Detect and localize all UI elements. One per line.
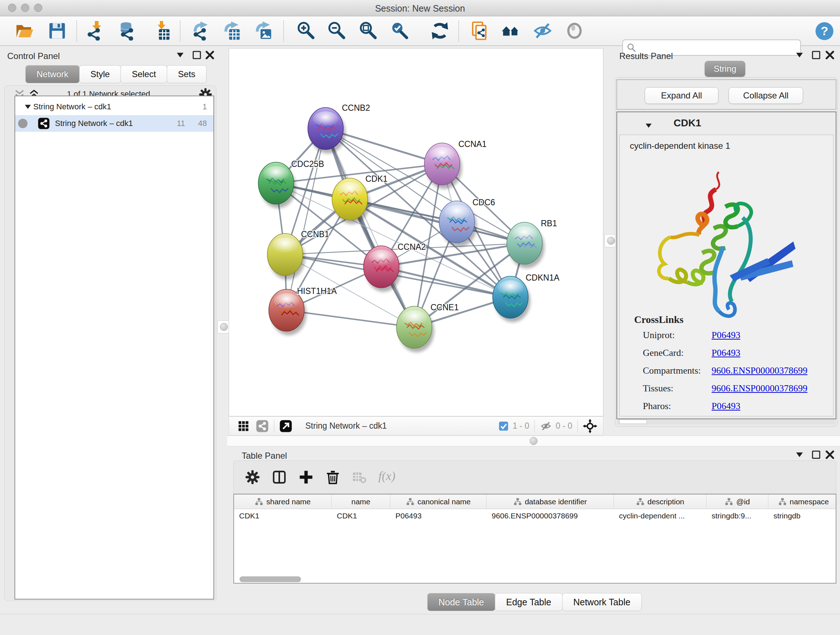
zoom-in-icon[interactable]: [296, 21, 316, 41]
column-header-shared-name[interactable]: shared name: [234, 494, 332, 509]
table-cell[interactable]: CDK1: [234, 509, 332, 523]
tab-node-table[interactable]: Node Table: [427, 593, 495, 611]
node-HIST1H1A[interactable]: HIST1H1A: [269, 287, 337, 335]
refresh-icon[interactable]: [430, 21, 450, 41]
network-collection-row[interactable]: String Network – cdk1 1: [15, 98, 213, 115]
show-view-icon[interactable]: [565, 21, 584, 41]
node-CDC25B[interactable]: CDC25B: [258, 159, 324, 208]
control-panel-float-icon[interactable]: [189, 49, 204, 61]
window-title: Session: New Session: [0, 3, 840, 14]
table-cell[interactable]: P06493: [390, 509, 486, 523]
tab-sets[interactable]: Sets: [167, 65, 207, 83]
hidden-eye-icon[interactable]: [540, 421, 552, 432]
table-hscrollbar-thumb[interactable]: [240, 576, 301, 582]
crosslink-link[interactable]: 9606.ENSP00000378699: [712, 383, 807, 394]
string-view-icon[interactable]: [256, 420, 269, 432]
save-icon[interactable]: [47, 21, 67, 41]
shared-column-icon: [778, 497, 787, 506]
plus-icon[interactable]: [298, 469, 314, 485]
grid-view-icon[interactable]: [237, 420, 250, 432]
table-body: CDK1CDK1P064939606.ENSP00000378699cyclin…: [234, 509, 836, 523]
table-cell[interactable]: stringdb: [768, 509, 836, 523]
column-header-@id[interactable]: @id: [706, 494, 768, 509]
hide-selected-icon[interactable]: [533, 21, 553, 41]
node-CCNE1[interactable]: CCNE1: [396, 302, 459, 352]
node-RB1[interactable]: RB1: [507, 219, 557, 268]
crosslink-link[interactable]: P06493: [712, 348, 740, 358]
table-cell[interactable]: 9606.ENSP00000378699: [486, 509, 614, 523]
node-CDKN1A[interactable]: CDKN1A: [493, 273, 560, 322]
home-icon[interactable]: [501, 21, 521, 41]
results-scrollbar[interactable]: [617, 419, 836, 424]
tab-network-table[interactable]: Network Table: [562, 593, 642, 611]
trash-icon[interactable]: [325, 469, 341, 485]
crosshair-icon[interactable]: [583, 419, 597, 433]
tab-style[interactable]: Style: [79, 65, 121, 83]
tab-string[interactable]: String: [705, 61, 745, 77]
gene-collapse-icon[interactable]: [643, 120, 654, 131]
import-database-icon[interactable]: [118, 21, 138, 41]
import-network-icon[interactable]: [85, 21, 104, 41]
zoom-out-icon[interactable]: [327, 21, 346, 41]
zoom-fit-icon[interactable]: [358, 21, 378, 41]
node-CCNA1[interactable]: CCNA1: [424, 139, 486, 189]
gear-icon[interactable]: [245, 469, 261, 485]
import-table-icon[interactable]: [152, 21, 171, 41]
edge-CCNB2-CCNE1[interactable]: [325, 128, 414, 327]
crosslink-link[interactable]: 9606.ENSP00000378699: [712, 365, 807, 376]
collection-count: 1: [202, 102, 207, 111]
table-panel-float-icon[interactable]: [809, 448, 823, 461]
column-header-canonical-name[interactable]: canonical name: [390, 494, 486, 509]
results-panel-float-icon[interactable]: [809, 49, 823, 61]
crosslink-link[interactable]: P06493: [712, 330, 740, 340]
table-cell[interactable]: stringdb:9...: [706, 509, 768, 523]
table-cell[interactable]: CDK1: [332, 509, 390, 523]
results-panel-collapse-icon[interactable]: [792, 49, 807, 61]
column-header-description[interactable]: description: [614, 494, 706, 509]
node-CCNB2[interactable]: CCNB2: [308, 103, 370, 154]
column-label: canonical name: [417, 497, 471, 506]
table-panel-close-icon[interactable]: [823, 448, 837, 461]
node-CDC6[interactable]: CDC6: [439, 198, 495, 247]
selected-checkbox-icon[interactable]: [498, 421, 509, 432]
selected-count: 1 - 0: [513, 421, 529, 431]
export-network-icon[interactable]: [191, 21, 210, 41]
tab-select[interactable]: Select: [120, 65, 167, 83]
column-label: name: [351, 497, 370, 506]
help-icon[interactable]: ?: [815, 21, 834, 41]
node-label-CDC6: CDC6: [472, 198, 495, 207]
export-image-icon[interactable]: [253, 21, 273, 41]
table-cell[interactable]: cyclin-dependent ...: [614, 509, 706, 523]
tab-network[interactable]: Network: [25, 65, 80, 83]
horizontal-splitter-handle[interactable]: [530, 437, 538, 445]
open-folder-icon[interactable]: [15, 21, 34, 41]
edge-CCNB2-HIST1H1A[interactable]: [286, 128, 325, 310]
control-panel-close-icon[interactable]: [202, 49, 217, 61]
table-panel-collapse-icon[interactable]: [792, 448, 807, 461]
control-panel-collapse-icon[interactable]: [173, 49, 187, 61]
detach-view-icon[interactable]: [279, 420, 292, 432]
column-header-name[interactable]: name: [332, 494, 390, 509]
network-canvas[interactable]: CCNB2CCNA1CDC25BCDK1CDC6RB1CCNB1CCNA2CDK…: [229, 48, 603, 416]
columns-icon[interactable]: [271, 469, 287, 485]
crosslink-row: GeneCard:P06493: [643, 348, 831, 358]
collection-expand-icon[interactable]: [22, 101, 33, 112]
collapse-all-button[interactable]: Collapse All: [729, 87, 803, 104]
zoom-selected-icon[interactable]: [390, 21, 409, 41]
column-label: shared name: [266, 497, 311, 506]
share-document-icon[interactable]: [470, 21, 490, 41]
network-node-count: 11: [177, 119, 185, 128]
column-header-namespace[interactable]: namespace: [768, 494, 836, 509]
crosslink-link[interactable]: P06493: [712, 401, 740, 412]
export-table-icon[interactable]: [222, 21, 241, 41]
tab-edge-table[interactable]: Edge Table: [495, 593, 562, 611]
column-header-database-identifier[interactable]: database identifier: [486, 494, 614, 509]
expand-all-button[interactable]: Expand All: [645, 87, 718, 104]
crosslink-row: Tissues:9606.ENSP00000378699: [643, 383, 831, 394]
control-panel-title: Control Panel: [7, 51, 60, 61]
results-panel-close-icon[interactable]: [823, 49, 837, 61]
table-row[interactable]: CDK1CDK1P064939606.ENSP00000378699cyclin…: [234, 509, 836, 523]
network-row[interactable]: String Network – cdk1 11 48: [15, 115, 213, 132]
node-CCNB1[interactable]: CCNB1: [267, 230, 329, 279]
results-scrollbar-thumb[interactable]: [619, 420, 647, 424]
